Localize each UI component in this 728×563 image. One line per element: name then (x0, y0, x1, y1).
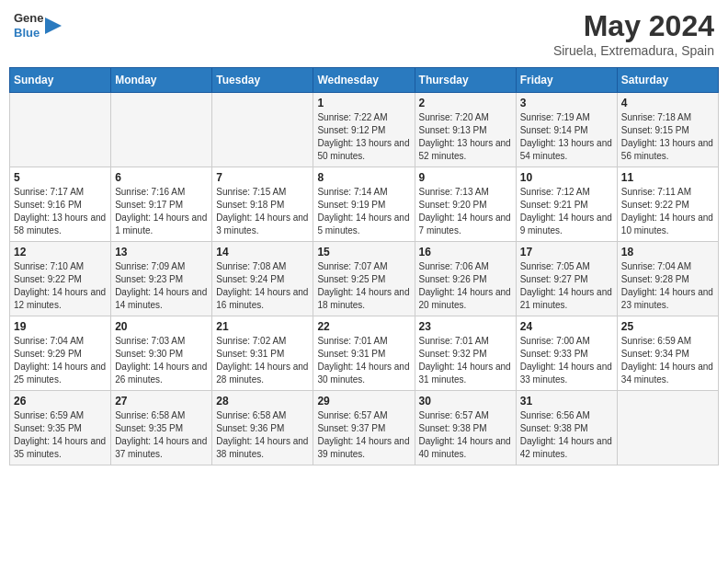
header: General Blue May 2024 Siruela, Extremadu… (9, 9, 719, 58)
weekday-header: Thursday (415, 68, 516, 93)
calendar-cell: 24Sunrise: 7:00 AM Sunset: 9:33 PM Dayli… (516, 316, 617, 391)
weekday-header: Tuesday (212, 68, 313, 93)
calendar-cell (212, 93, 313, 167)
weekday-header: Wednesday (313, 68, 415, 93)
calendar-cell: 18Sunrise: 7:04 AM Sunset: 9:28 PM Dayli… (617, 242, 718, 316)
day-info: Sunrise: 7:06 AM Sunset: 9:26 PM Dayligh… (419, 260, 512, 312)
day-info: Sunrise: 7:18 AM Sunset: 9:15 PM Dayligh… (621, 111, 714, 163)
logo: General Blue (14, 9, 62, 42)
day-info: Sunrise: 7:01 AM Sunset: 9:32 PM Dayligh… (419, 335, 512, 386)
calendar-row: 12Sunrise: 7:10 AM Sunset: 9:22 PM Dayli… (10, 242, 719, 316)
day-info: Sunrise: 7:08 AM Sunset: 9:24 PM Dayligh… (216, 260, 309, 312)
calendar-cell: 8Sunrise: 7:14 AM Sunset: 9:19 PM Daylig… (313, 167, 415, 242)
day-info: Sunrise: 7:13 AM Sunset: 9:20 PM Dayligh… (419, 186, 512, 237)
calendar-row: 5Sunrise: 7:17 AM Sunset: 9:16 PM Daylig… (10, 167, 719, 242)
day-number: 23 (419, 320, 512, 333)
day-number: 28 (216, 395, 309, 408)
day-info: Sunrise: 7:20 AM Sunset: 9:13 PM Dayligh… (419, 111, 512, 163)
calendar-table: SundayMondayTuesdayWednesdayThursdayFrid… (9, 67, 719, 465)
calendar-cell: 12Sunrise: 7:10 AM Sunset: 9:22 PM Dayli… (10, 242, 111, 316)
svg-marker-2 (45, 17, 62, 34)
logo-container: General Blue (14, 9, 62, 42)
calendar-row: 1Sunrise: 7:22 AM Sunset: 9:12 PM Daylig… (10, 93, 719, 167)
day-info: Sunrise: 7:05 AM Sunset: 9:27 PM Dayligh… (520, 260, 613, 312)
day-number: 16 (419, 246, 512, 259)
day-number: 25 (621, 320, 714, 333)
month-year: May 2024 (553, 9, 714, 43)
day-info: Sunrise: 7:04 AM Sunset: 9:28 PM Dayligh… (621, 260, 714, 312)
day-number: 9 (419, 171, 512, 184)
calendar-cell: 25Sunrise: 6:59 AM Sunset: 9:34 PM Dayli… (617, 316, 718, 391)
day-number: 14 (216, 246, 309, 259)
calendar-cell: 20Sunrise: 7:03 AM Sunset: 9:30 PM Dayli… (111, 316, 212, 391)
day-info: Sunrise: 7:00 AM Sunset: 9:33 PM Dayligh… (520, 335, 613, 386)
day-number: 26 (14, 395, 107, 408)
day-number: 1 (317, 97, 410, 109)
day-number: 30 (419, 395, 512, 408)
day-info: Sunrise: 7:17 AM Sunset: 9:16 PM Dayligh… (14, 186, 107, 237)
logo-arrow-icon (45, 17, 62, 34)
day-info: Sunrise: 7:11 AM Sunset: 9:22 PM Dayligh… (621, 186, 714, 237)
day-number: 15 (317, 246, 410, 259)
day-info: Sunrise: 7:02 AM Sunset: 9:31 PM Dayligh… (216, 335, 309, 386)
day-info: Sunrise: 6:56 AM Sunset: 9:38 PM Dayligh… (520, 409, 613, 461)
calendar-cell: 22Sunrise: 7:01 AM Sunset: 9:31 PM Dayli… (313, 316, 415, 391)
day-info: Sunrise: 6:59 AM Sunset: 9:35 PM Dayligh… (14, 409, 107, 461)
calendar-cell: 17Sunrise: 7:05 AM Sunset: 9:27 PM Dayli… (516, 242, 617, 316)
day-info: Sunrise: 7:04 AM Sunset: 9:29 PM Dayligh… (14, 335, 107, 386)
calendar-cell: 13Sunrise: 7:09 AM Sunset: 9:23 PM Dayli… (111, 242, 212, 316)
day-number: 24 (520, 320, 613, 333)
day-number: 2 (419, 97, 512, 109)
day-number: 5 (14, 171, 107, 184)
weekday-header: Saturday (617, 68, 718, 93)
calendar-cell: 9Sunrise: 7:13 AM Sunset: 9:20 PM Daylig… (415, 167, 516, 242)
day-number: 18 (621, 246, 714, 259)
day-info: Sunrise: 7:12 AM Sunset: 9:21 PM Dayligh… (520, 186, 613, 237)
day-number: 8 (317, 171, 410, 184)
day-number: 6 (115, 171, 208, 184)
day-info: Sunrise: 7:15 AM Sunset: 9:18 PM Dayligh… (216, 186, 309, 237)
calendar-cell: 7Sunrise: 7:15 AM Sunset: 9:18 PM Daylig… (212, 167, 313, 242)
location: Siruela, Extremadura, Spain (553, 43, 714, 58)
calendar-cell: 6Sunrise: 7:16 AM Sunset: 9:17 PM Daylig… (111, 167, 212, 242)
calendar-cell: 2Sunrise: 7:20 AM Sunset: 9:13 PM Daylig… (415, 93, 516, 167)
day-number: 3 (520, 97, 613, 109)
day-number: 21 (216, 320, 309, 333)
weekday-header: Friday (516, 68, 617, 93)
day-number: 4 (621, 97, 714, 109)
day-info: Sunrise: 6:58 AM Sunset: 9:36 PM Dayligh… (216, 409, 309, 461)
calendar-cell: 16Sunrise: 7:06 AM Sunset: 9:26 PM Dayli… (415, 242, 516, 316)
day-info: Sunrise: 6:57 AM Sunset: 9:38 PM Dayligh… (419, 409, 512, 461)
logo-graphic: General Blue (14, 9, 43, 42)
day-info: Sunrise: 7:19 AM Sunset: 9:14 PM Dayligh… (520, 111, 613, 163)
day-number: 12 (14, 246, 107, 259)
calendar-cell: 28Sunrise: 6:58 AM Sunset: 9:36 PM Dayli… (212, 391, 313, 465)
day-info: Sunrise: 6:58 AM Sunset: 9:35 PM Dayligh… (115, 409, 208, 461)
calendar-cell: 10Sunrise: 7:12 AM Sunset: 9:21 PM Dayli… (516, 167, 617, 242)
calendar-cell: 31Sunrise: 6:56 AM Sunset: 9:38 PM Dayli… (516, 391, 617, 465)
svg-text:General: General (14, 11, 43, 25)
calendar-cell (10, 93, 111, 167)
calendar-cell: 26Sunrise: 6:59 AM Sunset: 9:35 PM Dayli… (10, 391, 111, 465)
day-number: 29 (317, 395, 410, 408)
day-number: 13 (115, 246, 208, 259)
calendar-row: 19Sunrise: 7:04 AM Sunset: 9:29 PM Dayli… (10, 316, 719, 391)
calendar-cell: 14Sunrise: 7:08 AM Sunset: 9:24 PM Dayli… (212, 242, 313, 316)
day-info: Sunrise: 7:14 AM Sunset: 9:19 PM Dayligh… (317, 186, 410, 237)
day-number: 31 (520, 395, 613, 408)
calendar-cell: 11Sunrise: 7:11 AM Sunset: 9:22 PM Dayli… (617, 167, 718, 242)
calendar-cell: 4Sunrise: 7:18 AM Sunset: 9:15 PM Daylig… (617, 93, 718, 167)
calendar-cell: 3Sunrise: 7:19 AM Sunset: 9:14 PM Daylig… (516, 93, 617, 167)
day-number: 22 (317, 320, 410, 333)
day-number: 27 (115, 395, 208, 408)
calendar-cell: 23Sunrise: 7:01 AM Sunset: 9:32 PM Dayli… (415, 316, 516, 391)
calendar-cell: 29Sunrise: 6:57 AM Sunset: 9:37 PM Dayli… (313, 391, 415, 465)
day-info: Sunrise: 7:22 AM Sunset: 9:12 PM Dayligh… (317, 111, 410, 163)
day-number: 10 (520, 171, 613, 184)
calendar-body: 1Sunrise: 7:22 AM Sunset: 9:12 PM Daylig… (10, 93, 719, 465)
calendar-cell (617, 391, 718, 465)
weekday-header: Sunday (10, 68, 111, 93)
day-info: Sunrise: 6:59 AM Sunset: 9:34 PM Dayligh… (621, 335, 714, 386)
calendar-row: 26Sunrise: 6:59 AM Sunset: 9:35 PM Dayli… (10, 391, 719, 465)
header-row: SundayMondayTuesdayWednesdayThursdayFrid… (10, 68, 719, 93)
